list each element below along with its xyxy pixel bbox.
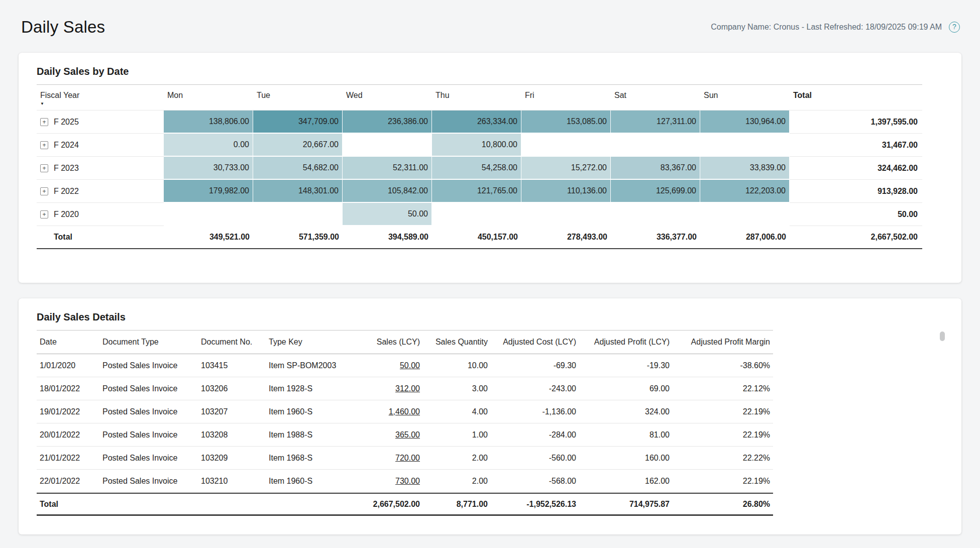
table-row: 21/01/2022Posted Sales Invoice103209Item… xyxy=(37,447,773,470)
details-column-header-7[interactable]: Adjusted Cost (LCY) xyxy=(491,330,579,354)
fiscal-year-cell: +F 2020 xyxy=(37,203,164,226)
details-column-header-5[interactable]: Sales (LCY) xyxy=(355,330,423,354)
matrix-value-cell[interactable]: 263,334.00 xyxy=(432,111,521,134)
details-cell: 103206 xyxy=(198,377,266,400)
column-total-cell: 278,493.00 xyxy=(521,226,611,249)
details-cell: -568.00 xyxy=(491,470,579,493)
sales-amount-link[interactable]: 50.00 xyxy=(400,361,420,370)
expand-button[interactable]: + xyxy=(40,210,48,218)
matrix-value-cell[interactable] xyxy=(253,203,343,226)
matrix-row: +F 2025138,806.00347,709.00236,386.00263… xyxy=(37,111,922,134)
column-header-thu[interactable]: Thu xyxy=(432,84,521,111)
matrix-value-cell[interactable]: 30,733.00 xyxy=(164,157,253,180)
matrix-value-cell[interactable] xyxy=(700,134,790,157)
details-cell: -284.00 xyxy=(491,423,579,447)
matrix-value-cell[interactable] xyxy=(700,203,790,226)
details-cell: 365.00 xyxy=(355,423,423,447)
table-row: 18/01/2022Posted Sales Invoice103206Item… xyxy=(37,377,773,400)
details-cell: 20/01/2022 xyxy=(37,423,99,447)
fiscal-year-column-header[interactable]: Fiscal Year▼ xyxy=(37,84,164,111)
grand-total-cell: 2,667,502.00 xyxy=(790,226,922,249)
matrix-value-cell[interactable]: 125,699.00 xyxy=(611,180,700,203)
expand-button[interactable]: + xyxy=(40,187,48,195)
column-header-sat[interactable]: Sat xyxy=(611,84,700,111)
matrix-value-cell[interactable]: 127,311.00 xyxy=(611,111,700,134)
matrix-value-cell[interactable]: 138,806.00 xyxy=(164,111,253,134)
matrix-value-cell[interactable]: 54,682.00 xyxy=(253,157,343,180)
matrix-value-cell[interactable]: 179,982.00 xyxy=(164,180,253,203)
matrix-value-cell[interactable]: 236,386.00 xyxy=(343,111,432,134)
details-column-header-4[interactable]: Type Key xyxy=(266,330,355,354)
matrix-value-cell[interactable]: 50.00 xyxy=(343,203,432,226)
matrix-value-cell[interactable]: 153,085.00 xyxy=(521,111,611,134)
details-column-header-9[interactable]: Adjusted Profit Margin xyxy=(673,330,773,354)
matrix-value-cell[interactable] xyxy=(521,203,611,226)
column-header-tue[interactable]: Tue xyxy=(253,84,343,111)
matrix-value-cell[interactable] xyxy=(164,203,253,226)
column-header-wed[interactable]: Wed xyxy=(343,84,432,111)
details-column-header-8[interactable]: Adjusted Profit (LCY) xyxy=(579,330,673,354)
matrix-value-cell[interactable] xyxy=(343,134,432,157)
matrix-value-cell[interactable]: 110,136.00 xyxy=(521,180,611,203)
row-total-cell: 1,397,595.00 xyxy=(790,111,922,134)
matrix-value-cell[interactable]: 122,203.00 xyxy=(700,180,790,203)
details-cell: 720.00 xyxy=(355,447,423,470)
matrix-value-cell[interactable]: 130,964.00 xyxy=(700,111,790,134)
matrix-value-cell[interactable]: 20,667.00 xyxy=(253,134,343,157)
details-total-cell: 8,771.00 xyxy=(423,493,491,516)
fiscal-year-label: F 2020 xyxy=(54,210,79,219)
details-column-header-6[interactable]: Sales Quantity xyxy=(423,330,491,354)
details-cell: -1,136.00 xyxy=(491,400,579,423)
matrix-row: +F 2022179,982.00148,301.00105,842.00121… xyxy=(37,180,922,203)
fiscal-year-cell: +F 2022 xyxy=(37,180,164,203)
details-column-header-3[interactable]: Document No. xyxy=(198,330,266,354)
details-cell: 160.00 xyxy=(579,447,673,470)
details-cell: Posted Sales Invoice xyxy=(99,377,198,400)
matrix-value-cell[interactable] xyxy=(611,134,700,157)
matrix-value-cell[interactable] xyxy=(521,134,611,157)
daily-sales-details-table: DateDocument TypeDocument No.Type KeySal… xyxy=(37,330,773,516)
column-header-fri[interactable]: Fri xyxy=(521,84,611,111)
sales-amount-link[interactable]: 312.00 xyxy=(395,384,420,393)
sales-amount-link[interactable]: 730.00 xyxy=(395,477,420,485)
expand-button[interactable]: + xyxy=(40,164,48,172)
matrix-value-cell[interactable]: 121,765.00 xyxy=(432,180,521,203)
fiscal-year-label: F 2022 xyxy=(54,187,79,196)
matrix-value-cell[interactable] xyxy=(611,203,700,226)
fiscal-year-label: F 2023 xyxy=(54,164,79,173)
matrix-value-cell[interactable] xyxy=(432,203,521,226)
expand-button[interactable]: + xyxy=(40,118,48,126)
expand-button[interactable]: + xyxy=(40,141,48,149)
sales-amount-link[interactable]: 720.00 xyxy=(395,454,420,462)
column-total-cell: 571,359.00 xyxy=(253,226,343,249)
column-header-total[interactable]: Total xyxy=(790,84,922,111)
sales-amount-link[interactable]: 1,460.00 xyxy=(389,407,420,416)
matrix-value-cell[interactable]: 54,258.00 xyxy=(432,157,521,180)
matrix-value-cell[interactable]: 148,301.00 xyxy=(253,180,343,203)
details-total-cell: -1,952,526.13 xyxy=(491,493,579,516)
details-cell: 1,460.00 xyxy=(355,400,423,423)
matrix-value-cell[interactable]: 10,800.00 xyxy=(432,134,521,157)
column-header-sun[interactable]: Sun xyxy=(700,84,790,111)
row-total-cell: 31,467.00 xyxy=(790,134,922,157)
details-column-header-1[interactable]: Date xyxy=(37,330,99,354)
help-icon[interactable]: ? xyxy=(949,22,960,33)
matrix-value-cell[interactable]: 83,367.00 xyxy=(611,157,700,180)
details-cell: 21/01/2022 xyxy=(37,447,99,470)
matrix-value-cell[interactable]: 33,839.00 xyxy=(700,157,790,180)
details-cell: 103207 xyxy=(198,400,266,423)
column-total-cell: 450,157.00 xyxy=(432,226,521,249)
fiscal-year-cell: +F 2024 xyxy=(37,134,164,157)
column-header-mon[interactable]: Mon xyxy=(164,84,253,111)
details-cell: 103210 xyxy=(198,470,266,493)
matrix-value-cell[interactable]: 0.00 xyxy=(164,134,253,157)
row-total-cell: 324,462.00 xyxy=(790,157,922,180)
matrix-value-cell[interactable]: 52,311.00 xyxy=(343,157,432,180)
details-total-cell xyxy=(266,493,355,516)
sales-amount-link[interactable]: 365.00 xyxy=(395,430,420,439)
matrix-value-cell[interactable]: 105,842.00 xyxy=(343,180,432,203)
matrix-value-cell[interactable]: 347,709.00 xyxy=(253,111,343,134)
matrix-value-cell[interactable]: 15,272.00 xyxy=(521,157,611,180)
details-scrollbar-thumb[interactable] xyxy=(940,332,945,341)
details-column-header-2[interactable]: Document Type xyxy=(99,330,198,354)
